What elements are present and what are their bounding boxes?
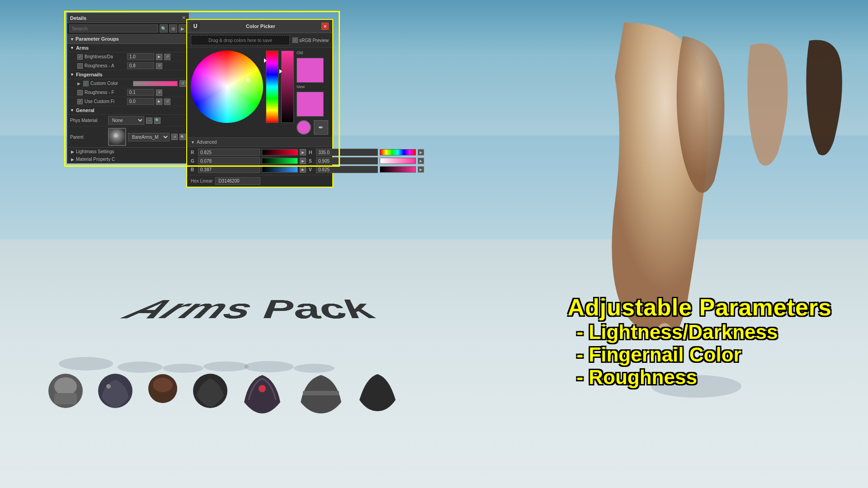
eyedropper-preview xyxy=(297,120,311,135)
eyedropper-button[interactable]: ✒ xyxy=(314,120,328,135)
new-label: New xyxy=(297,84,328,89)
roughness-f-checkbox[interactable] xyxy=(77,90,83,95)
drag-drop-label: Drag & drop colors here to save xyxy=(208,38,272,43)
hex-input[interactable] xyxy=(215,177,260,185)
parent-thumbnail xyxy=(108,128,126,146)
advanced-header[interactable]: ▼ Advanced xyxy=(187,137,332,147)
h-input[interactable] xyxy=(316,149,378,156)
roughness-a-input[interactable] xyxy=(127,62,154,69)
s-slider-bar[interactable] xyxy=(380,158,416,164)
brightness-input[interactable] xyxy=(127,53,154,60)
brightness-reset[interactable]: ↺ xyxy=(164,54,170,60)
use-custom-row: Use Custom Fi ▶ ↺ xyxy=(67,97,189,106)
arms-section-header[interactable]: ▼ Arms xyxy=(67,44,189,52)
shadow-spot xyxy=(203,361,249,371)
fingernails-label: Fingernails xyxy=(76,72,103,77)
glove-item-6 xyxy=(294,371,348,413)
use-custom-reset[interactable]: ↺ xyxy=(164,99,170,105)
lightmass-expand-icon: ▶ xyxy=(71,150,74,154)
v-slider-row: V ▶ xyxy=(309,166,424,173)
roughness-a-reset[interactable]: ↺ xyxy=(156,63,162,69)
r-slider-bar[interactable] xyxy=(262,149,298,155)
hue-strip[interactable] xyxy=(266,51,278,123)
h-slider-row: H ▶ xyxy=(309,149,424,156)
custom-color-row: ▶ Custom Color ↺ xyxy=(67,79,189,88)
v-input[interactable] xyxy=(316,166,378,173)
sliders-area: R ▶ H ▶ G ▶ S xyxy=(187,147,332,175)
custom-color-swatch[interactable] xyxy=(133,81,178,86)
s-expand[interactable]: ▶ xyxy=(418,158,424,164)
phys-material-row: Phys Material None → 🔍 xyxy=(67,115,189,127)
glove-item-4 xyxy=(190,371,231,411)
use-custom-arrow[interactable]: ▶ xyxy=(156,99,162,105)
custom-color-reset[interactable]: ↺ xyxy=(179,80,186,87)
param-groups-label: Parameter Groups xyxy=(75,36,119,42)
close-icon[interactable]: ✕ xyxy=(182,15,186,21)
phys-material-nav[interactable]: → xyxy=(146,117,152,124)
roughness-f-input[interactable] xyxy=(127,89,154,96)
b-slider-bar[interactable] xyxy=(262,166,298,173)
color-picker-close[interactable]: ✕ xyxy=(321,23,329,30)
parent-asset-select[interactable]: BareArms_M xyxy=(128,133,170,141)
expand-button[interactable]: ▶ xyxy=(179,24,187,33)
b-v-row: B ▶ V ▶ xyxy=(191,166,329,173)
phys-material-label: Phys Material xyxy=(70,118,106,123)
ue-logo: U xyxy=(191,22,200,31)
g-expand[interactable]: ▶ xyxy=(300,158,306,164)
ap-item-3: - Roughness xyxy=(567,366,832,389)
brightness-checkbox[interactable] xyxy=(77,54,83,60)
roughness-a-checkbox[interactable] xyxy=(77,63,83,69)
old-label: Old xyxy=(297,51,328,55)
g-input[interactable] xyxy=(198,157,260,164)
r-input[interactable] xyxy=(198,149,260,156)
alpha-strip[interactable] xyxy=(281,51,294,123)
ground-text: Arms Pack xyxy=(109,296,387,326)
lightmass-row[interactable]: ▶ Lightmass Settings xyxy=(67,147,189,155)
mat-prop-row[interactable]: ▶ Material Property C xyxy=(67,155,189,163)
general-section-header[interactable]: ▼ General xyxy=(67,106,189,115)
phys-material-search[interactable]: 🔍 xyxy=(154,117,160,124)
drag-drop-row: Drag & drop colors here to save sRGB Pre… xyxy=(187,33,332,48)
ap-item-1: - Lightness/Darkness xyxy=(567,321,832,343)
srgb-checkbox[interactable] xyxy=(292,38,298,43)
brightness-label: Brightness/Da xyxy=(85,54,125,59)
b-expand[interactable]: ▶ xyxy=(300,166,306,173)
phys-material-dropdown[interactable]: None xyxy=(108,116,144,125)
v-slider-bar[interactable] xyxy=(380,166,416,173)
details-title: Details xyxy=(70,15,86,21)
drag-drop-area[interactable]: Drag & drop colors here to save xyxy=(191,35,290,45)
grid-button[interactable]: ⊞ xyxy=(169,24,177,33)
custom-color-checkbox[interactable] xyxy=(83,81,89,86)
color-wheel-circle[interactable] xyxy=(191,51,263,123)
r-expand[interactable]: ▶ xyxy=(300,149,306,155)
eyedropper-row: ✒ xyxy=(297,120,328,135)
search-input[interactable] xyxy=(69,24,158,33)
color-wheel[interactable] xyxy=(191,51,263,123)
h-slider-bar[interactable] xyxy=(380,149,416,155)
glove-item-2 xyxy=(95,371,136,411)
roughness-f-reset[interactable]: ↺ xyxy=(156,89,162,96)
color-picker-titlebar: U Color Picker ✕ xyxy=(187,20,332,33)
parent-search[interactable]: 🔍 xyxy=(179,134,186,140)
glove-item-7 xyxy=(357,371,398,411)
s-input[interactable] xyxy=(316,157,378,164)
search-button[interactable]: 🔍 xyxy=(160,24,168,33)
v-expand[interactable]: ▶ xyxy=(418,166,424,173)
parent-back[interactable]: ↺ xyxy=(171,134,178,140)
b-input[interactable] xyxy=(198,166,260,173)
svg-point-19 xyxy=(113,133,118,138)
use-custom-checkbox[interactable] xyxy=(77,99,83,104)
use-custom-input[interactable] xyxy=(127,98,154,105)
brightness-arrow[interactable]: ▶ xyxy=(156,54,162,60)
glove-row xyxy=(45,371,398,413)
details-panel: Details ✕ 🔍 ⊞ ▶ ▼ Parameter Groups ▼ Arm… xyxy=(67,13,189,164)
custom-color-expand[interactable]: ▶ xyxy=(77,81,80,86)
ap-item-2: - Fingernail Color xyxy=(567,343,832,366)
roughness-f-row: Roughness - F ↺ xyxy=(67,88,189,97)
glove-item-1 xyxy=(45,371,86,411)
fingernails-section-header[interactable]: ▼ Fingernails xyxy=(67,70,189,79)
h-expand[interactable]: ▶ xyxy=(418,149,424,155)
g-slider-row: G ▶ xyxy=(191,157,306,164)
g-slider-bar[interactable] xyxy=(262,158,298,164)
hue-arrow xyxy=(264,58,267,63)
